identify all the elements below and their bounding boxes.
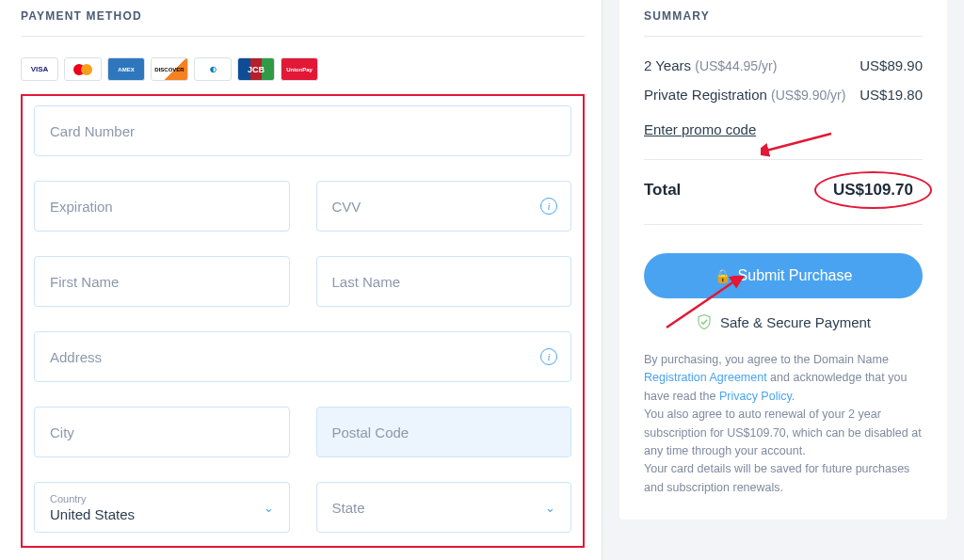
- arrow-annotation-icon: [657, 276, 751, 332]
- chevron-down-icon: ⌄: [545, 501, 555, 515]
- address-field[interactable]: Address i: [34, 331, 571, 382]
- divider: [644, 224, 923, 225]
- privacy-policy-link[interactable]: Privacy Policy: [719, 390, 792, 403]
- line2-label: Private Registration: [644, 87, 767, 103]
- mastercard-icon: [64, 57, 102, 81]
- state-select[interactable]: State ⌄: [316, 482, 572, 533]
- promo-code-link[interactable]: Enter promo code: [644, 121, 756, 137]
- total-label: Total: [644, 181, 681, 200]
- discover-icon: DISCOVER: [151, 57, 188, 81]
- line1-label: 2 Years: [644, 57, 691, 73]
- divider: [644, 36, 923, 37]
- visa-icon: VISA: [21, 57, 58, 81]
- line1-value: US$89.90: [860, 57, 923, 73]
- last-name-placeholder: Last Name: [332, 274, 401, 290]
- submit-label: Submit Purchase: [738, 267, 853, 284]
- cvv-field[interactable]: CVV i: [316, 181, 572, 232]
- line1-sub: (US$44.95/yr): [695, 58, 777, 73]
- info-icon[interactable]: i: [540, 348, 557, 365]
- card-number-field[interactable]: Card Number: [34, 105, 571, 156]
- last-name-field[interactable]: Last Name: [316, 256, 572, 307]
- card-brand-row: VISA AMEX DISCOVER ◐ JCB UnionPay: [21, 57, 585, 81]
- divider: [21, 36, 585, 37]
- jcb-icon: JCB: [237, 57, 275, 81]
- unionpay-icon: UnionPay: [281, 57, 318, 81]
- postal-placeholder: Postal Code: [332, 424, 410, 440]
- divider: [644, 159, 923, 160]
- line2-value: US$19.80: [860, 87, 923, 103]
- summary-section-title: SUMMARY: [644, 0, 923, 36]
- svg-line-0: [766, 134, 831, 151]
- expiration-field[interactable]: Expiration: [34, 181, 290, 232]
- country-select[interactable]: Country United States ⌄: [34, 482, 290, 533]
- payment-form: Card Number Expiration CVV i First Name …: [21, 94, 585, 548]
- info-icon[interactable]: i: [540, 198, 557, 215]
- first-name-placeholder: First Name: [50, 274, 119, 290]
- summary-line-2: Private Registration (US$9.90/yr) US$19.…: [644, 87, 923, 103]
- country-label: Country: [50, 493, 87, 504]
- svg-line-1: [667, 281, 734, 328]
- country-value: United States: [50, 506, 274, 522]
- first-name-field[interactable]: First Name: [34, 256, 290, 307]
- summary-line-1: 2 Years (US$44.95/yr) US$89.90: [644, 57, 923, 73]
- line2-sub: (US$9.90/yr): [771, 88, 845, 103]
- city-placeholder: City: [50, 424, 74, 440]
- registration-agreement-link[interactable]: Registration Agreement: [644, 371, 767, 384]
- city-field[interactable]: City: [34, 407, 290, 457]
- total-value: US$109.70: [824, 177, 923, 203]
- chevron-down-icon: ⌄: [264, 501, 274, 515]
- postal-field[interactable]: Postal Code: [316, 407, 572, 457]
- state-placeholder: State: [332, 500, 365, 516]
- card-number-placeholder: Card Number: [50, 123, 135, 139]
- address-placeholder: Address: [50, 349, 102, 365]
- fine-print: By purchasing, you agree to the Domain N…: [644, 351, 923, 497]
- amex-icon: AMEX: [107, 57, 145, 81]
- total-row: Total US$109.70: [644, 177, 923, 203]
- diners-icon: ◐: [194, 57, 232, 81]
- expiration-placeholder: Expiration: [50, 199, 113, 215]
- payment-section-title: PAYMENT METHOD: [21, 0, 585, 36]
- highlight-oval-icon: [814, 171, 932, 209]
- arrow-annotation-icon: [761, 130, 836, 158]
- cvv-placeholder: CVV: [332, 199, 362, 215]
